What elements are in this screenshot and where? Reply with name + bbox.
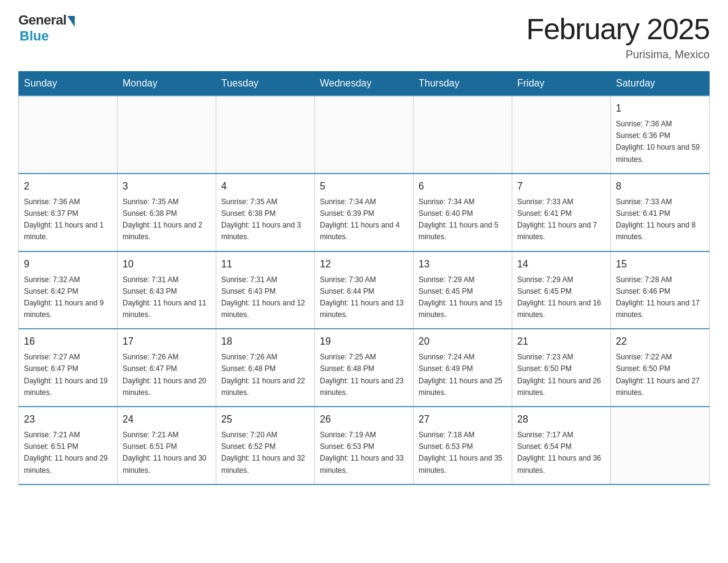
- day-info: Sunrise: 7:24 AM Sunset: 6:49 PM Dayligh…: [419, 351, 507, 399]
- day-number: 23: [24, 412, 112, 427]
- day-info: Sunrise: 7:33 AM Sunset: 6:41 PM Dayligh…: [517, 196, 605, 243]
- calendar-cell: 14Sunrise: 7:29 AM Sunset: 6:45 PM Dayli…: [512, 251, 611, 329]
- day-info: Sunrise: 7:19 AM Sunset: 6:53 PM Dayligh…: [320, 429, 408, 477]
- day-info: Sunrise: 7:27 AM Sunset: 6:47 PM Dayligh…: [24, 351, 112, 399]
- calendar-cell: [512, 96, 611, 174]
- logo-top: General: [18, 12, 75, 28]
- day-info: Sunrise: 7:20 AM Sunset: 6:52 PM Dayligh…: [221, 429, 309, 477]
- calendar-cell: 25Sunrise: 7:20 AM Sunset: 6:52 PM Dayli…: [216, 407, 315, 484]
- calendar-week-row: 2Sunrise: 7:36 AM Sunset: 6:37 PM Daylig…: [19, 174, 710, 251]
- day-number: 15: [616, 257, 704, 272]
- page-header: General Blue February 2025 Purisima, Mex…: [18, 12, 710, 61]
- calendar-cell: [216, 96, 315, 174]
- day-number: 24: [123, 412, 211, 427]
- day-info: Sunrise: 7:31 AM Sunset: 6:43 PM Dayligh…: [123, 274, 211, 321]
- logo-general-text: General: [18, 12, 66, 28]
- day-number: 22: [616, 334, 704, 349]
- weekday-header-friday: Friday: [512, 72, 611, 96]
- day-info: Sunrise: 7:18 AM Sunset: 6:53 PM Dayligh…: [419, 429, 507, 477]
- day-info: Sunrise: 7:34 AM Sunset: 6:40 PM Dayligh…: [419, 196, 507, 243]
- day-info: Sunrise: 7:21 AM Sunset: 6:51 PM Dayligh…: [123, 429, 211, 477]
- calendar-cell: 28Sunrise: 7:17 AM Sunset: 6:54 PM Dayli…: [512, 407, 611, 484]
- day-info: Sunrise: 7:26 AM Sunset: 6:48 PM Dayligh…: [221, 351, 309, 399]
- day-number: 1: [616, 101, 704, 116]
- calendar-cell: 27Sunrise: 7:18 AM Sunset: 6:53 PM Dayli…: [414, 407, 512, 484]
- calendar-cell: 22Sunrise: 7:22 AM Sunset: 6:50 PM Dayli…: [611, 329, 710, 407]
- day-number: 16: [24, 334, 112, 349]
- day-number: 5: [320, 179, 408, 194]
- calendar-cell: 26Sunrise: 7:19 AM Sunset: 6:53 PM Dayli…: [315, 407, 414, 484]
- calendar-cell: 8Sunrise: 7:33 AM Sunset: 6:41 PM Daylig…: [611, 174, 710, 251]
- day-number: 18: [221, 334, 309, 349]
- day-number: 10: [123, 257, 211, 272]
- day-info: Sunrise: 7:32 AM Sunset: 6:42 PM Dayligh…: [24, 274, 112, 321]
- calendar-cell: [611, 407, 710, 484]
- day-info: Sunrise: 7:33 AM Sunset: 6:41 PM Dayligh…: [616, 196, 704, 243]
- calendar-cell: 5Sunrise: 7:34 AM Sunset: 6:39 PM Daylig…: [315, 174, 414, 251]
- calendar-cell: 16Sunrise: 7:27 AM Sunset: 6:47 PM Dayli…: [19, 329, 118, 407]
- day-number: 9: [24, 257, 112, 272]
- calendar-cell: 9Sunrise: 7:32 AM Sunset: 6:42 PM Daylig…: [19, 251, 118, 329]
- weekday-header-monday: Monday: [118, 72, 216, 96]
- calendar-cell: 4Sunrise: 7:35 AM Sunset: 6:38 PM Daylig…: [216, 174, 315, 251]
- calendar-cell: 17Sunrise: 7:26 AM Sunset: 6:47 PM Dayli…: [118, 329, 216, 407]
- day-info: Sunrise: 7:22 AM Sunset: 6:50 PM Dayligh…: [616, 351, 704, 399]
- day-number: 13: [419, 257, 507, 272]
- calendar-cell: 7Sunrise: 7:33 AM Sunset: 6:41 PM Daylig…: [512, 174, 611, 251]
- logo-blue-text: Blue: [20, 28, 49, 44]
- calendar-cell: [414, 96, 512, 174]
- day-info: Sunrise: 7:36 AM Sunset: 6:37 PM Dayligh…: [24, 196, 112, 243]
- calendar-cell: 10Sunrise: 7:31 AM Sunset: 6:43 PM Dayli…: [118, 251, 216, 329]
- calendar-cell: 3Sunrise: 7:35 AM Sunset: 6:38 PM Daylig…: [118, 174, 216, 251]
- calendar-cell: 18Sunrise: 7:26 AM Sunset: 6:48 PM Dayli…: [216, 329, 315, 407]
- calendar-week-row: 23Sunrise: 7:21 AM Sunset: 6:51 PM Dayli…: [19, 407, 710, 484]
- day-number: 17: [123, 334, 211, 349]
- day-info: Sunrise: 7:29 AM Sunset: 6:45 PM Dayligh…: [419, 274, 507, 321]
- day-number: 14: [517, 257, 605, 272]
- logo-arrow-icon: [67, 16, 75, 27]
- weekday-header-row: SundayMondayTuesdayWednesdayThursdayFrid…: [19, 72, 710, 96]
- calendar-cell: 24Sunrise: 7:21 AM Sunset: 6:51 PM Dayli…: [118, 407, 216, 484]
- logo: General Blue: [18, 12, 75, 44]
- weekday-header-wednesday: Wednesday: [315, 72, 414, 96]
- day-number: 8: [616, 179, 704, 194]
- calendar-cell: 21Sunrise: 7:23 AM Sunset: 6:50 PM Dayli…: [512, 329, 611, 407]
- day-number: 11: [221, 257, 309, 272]
- day-number: 3: [123, 179, 211, 194]
- calendar-cell: 1Sunrise: 7:36 AM Sunset: 6:36 PM Daylig…: [611, 96, 710, 174]
- day-info: Sunrise: 7:26 AM Sunset: 6:47 PM Dayligh…: [123, 351, 211, 399]
- day-number: 26: [320, 412, 408, 427]
- day-info: Sunrise: 7:34 AM Sunset: 6:39 PM Dayligh…: [320, 196, 408, 243]
- calendar-cell: 20Sunrise: 7:24 AM Sunset: 6:49 PM Dayli…: [414, 329, 512, 407]
- day-info: Sunrise: 7:29 AM Sunset: 6:45 PM Dayligh…: [517, 274, 605, 321]
- weekday-header-tuesday: Tuesday: [216, 72, 315, 96]
- calendar-week-row: 9Sunrise: 7:32 AM Sunset: 6:42 PM Daylig…: [19, 251, 710, 329]
- day-number: 4: [221, 179, 309, 194]
- calendar-cell: 6Sunrise: 7:34 AM Sunset: 6:40 PM Daylig…: [414, 174, 512, 251]
- weekday-header-sunday: Sunday: [19, 72, 118, 96]
- location-label: Purisima, Mexico: [526, 48, 710, 61]
- calendar-cell: [315, 96, 414, 174]
- month-title: February 2025: [526, 12, 710, 46]
- day-number: 28: [517, 412, 605, 427]
- day-number: 12: [320, 257, 408, 272]
- calendar-cell: 2Sunrise: 7:36 AM Sunset: 6:37 PM Daylig…: [19, 174, 118, 251]
- calendar-cell: [19, 96, 118, 174]
- day-number: 19: [320, 334, 408, 349]
- calendar-cell: 19Sunrise: 7:25 AM Sunset: 6:48 PM Dayli…: [315, 329, 414, 407]
- day-number: 2: [24, 179, 112, 194]
- calendar-cell: 11Sunrise: 7:31 AM Sunset: 6:43 PM Dayli…: [216, 251, 315, 329]
- weekday-header-saturday: Saturday: [611, 72, 710, 96]
- day-info: Sunrise: 7:35 AM Sunset: 6:38 PM Dayligh…: [123, 196, 211, 243]
- calendar-table: SundayMondayTuesdayWednesdayThursdayFrid…: [18, 71, 710, 485]
- calendar-week-row: 1Sunrise: 7:36 AM Sunset: 6:36 PM Daylig…: [19, 96, 710, 174]
- weekday-header-thursday: Thursday: [414, 72, 512, 96]
- day-info: Sunrise: 7:36 AM Sunset: 6:36 PM Dayligh…: [616, 118, 704, 166]
- title-section: February 2025 Purisima, Mexico: [526, 12, 710, 61]
- day-info: Sunrise: 7:31 AM Sunset: 6:43 PM Dayligh…: [221, 274, 309, 321]
- day-number: 6: [419, 179, 507, 194]
- calendar-cell: 13Sunrise: 7:29 AM Sunset: 6:45 PM Dayli…: [414, 251, 512, 329]
- day-info: Sunrise: 7:23 AM Sunset: 6:50 PM Dayligh…: [517, 351, 605, 399]
- day-number: 21: [517, 334, 605, 349]
- day-number: 7: [517, 179, 605, 194]
